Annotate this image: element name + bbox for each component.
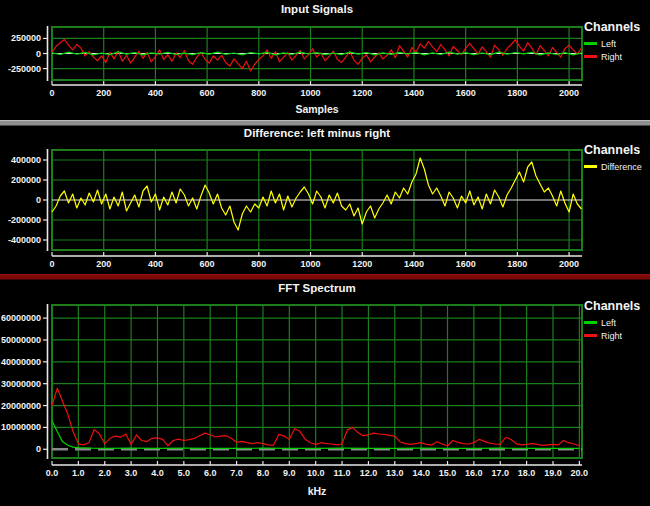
x-tick-label: 200 (96, 259, 111, 269)
legend-item-left[interactable]: Left (584, 316, 650, 329)
legend-swatch-difference (584, 165, 597, 168)
y-tick-label: 400000 (11, 155, 41, 165)
legend-item-left[interactable]: Left (584, 37, 650, 50)
y-tick-label: 200000 (11, 175, 41, 185)
x-tick-label: 1000 (301, 88, 321, 98)
x-tick-label: 0 (49, 259, 54, 269)
legend-item-difference[interactable]: Difference (584, 160, 650, 173)
x-tick-label: 2000 (559, 259, 579, 269)
y-tick-label: 10000000 (1, 422, 41, 432)
separator-red (0, 274, 650, 280)
x-tick-label: 12.0 (360, 468, 378, 478)
legend-title: Channels (584, 299, 650, 313)
y-tick-label: -400000 (8, 235, 41, 245)
legend-swatch-left (584, 321, 597, 324)
x-tick-label: 200 (96, 88, 111, 98)
x-tick-label: 2.0 (98, 468, 111, 478)
y-tick-label: 0 (36, 49, 41, 59)
x-tick-label: 18.0 (518, 468, 536, 478)
x-tick-label: 1800 (507, 259, 527, 269)
x-tick-label: 19.0 (544, 468, 562, 478)
x-tick-label: 800 (251, 259, 266, 269)
x-tick-label: 800 (251, 88, 266, 98)
legend-difference: Channels Difference (584, 143, 650, 173)
y-tick-label: -200000 (8, 215, 41, 225)
x-tick-label: 1400 (404, 259, 424, 269)
x-tick-label: 1200 (352, 259, 372, 269)
x-tick-label: 14.0 (412, 468, 430, 478)
legend-title: Channels (584, 143, 650, 157)
x-tick-label: 0 (49, 88, 54, 98)
x-tick-label: 1600 (456, 259, 476, 269)
x-tick-label: 1200 (352, 88, 372, 98)
x-tick-label: 13.0 (386, 468, 404, 478)
y-tick-label: 40000000 (1, 357, 41, 367)
x-tick-label: 400 (148, 259, 163, 269)
x-tick-label: 10.0 (307, 468, 325, 478)
x-tick-label: 1000 (301, 259, 321, 269)
legend-label: Right (601, 52, 622, 62)
x-tick-label: 1800 (507, 88, 527, 98)
x-tick-label: 8.0 (257, 468, 270, 478)
xaxis-label-samples: Samples (52, 103, 582, 115)
x-tick-label: 4.0 (151, 468, 164, 478)
legend-label: Left (601, 318, 616, 328)
y-tick-label: 50000000 (1, 335, 41, 345)
x-tick-label: 7.0 (230, 468, 243, 478)
chart-title-difference: Difference: left minus right (52, 127, 582, 139)
y-tick-label: 60000000 (1, 313, 41, 323)
legend-label: Difference (601, 162, 642, 172)
signal-analyzer-window: 2500000-25000002004006008001000120014001… (0, 0, 650, 506)
legend-item-right[interactable]: Right (584, 329, 650, 342)
y-tick-label: -250000 (8, 64, 41, 74)
y-tick-label: 0 (36, 195, 41, 205)
x-tick-label: 1400 (404, 88, 424, 98)
x-tick-label: 1600 (456, 88, 476, 98)
y-tick-label: 250000 (11, 33, 41, 43)
x-tick-label: 11.0 (334, 468, 351, 478)
x-tick-label: 17.0 (491, 468, 509, 478)
x-tick-label: 600 (200, 88, 215, 98)
legend-items: LeftRight (584, 316, 650, 342)
legend-items: Difference (584, 160, 650, 173)
x-tick-label: 20.0 (571, 468, 589, 478)
x-tick-label: 9.0 (283, 468, 296, 478)
x-tick-label: 3.0 (125, 468, 138, 478)
chart-title-input-signals: Input Signals (52, 3, 582, 15)
y-tick-label: 0 (36, 444, 41, 454)
legend-swatch-left (584, 42, 597, 45)
legend-title: Channels (584, 20, 650, 34)
legend-swatch-right (584, 334, 597, 337)
y-tick-label: 20000000 (1, 401, 41, 411)
legend-swatch-right (584, 55, 597, 58)
x-tick-label: 0.0 (46, 468, 59, 478)
legend-label: Left (601, 39, 616, 49)
legend-input-signals: Channels LeftRight (584, 20, 650, 63)
x-tick-label: 1.0 (72, 468, 85, 478)
x-tick-label: 2000 (559, 88, 579, 98)
x-tick-label: 15.0 (439, 468, 457, 478)
x-tick-label: 5.0 (178, 468, 191, 478)
x-tick-label: 600 (200, 259, 215, 269)
plots-canvas: 2500000-25000002004006008001000120014001… (0, 0, 650, 506)
legend-items: LeftRight (584, 37, 650, 63)
chart-title-fft-spectrum: FFT Spectrum (52, 282, 582, 294)
legend-item-right[interactable]: Right (584, 50, 650, 63)
legend-fft-spectrum: Channels LeftRight (584, 299, 650, 342)
legend-label: Right (601, 331, 622, 341)
x-tick-label: 6.0 (204, 468, 217, 478)
x-tick-label: 400 (148, 88, 163, 98)
xaxis-label-khz: kHz (52, 485, 582, 497)
x-tick-label: 16.0 (465, 468, 483, 478)
y-tick-label: 30000000 (1, 379, 41, 389)
separator-gray (0, 120, 650, 126)
